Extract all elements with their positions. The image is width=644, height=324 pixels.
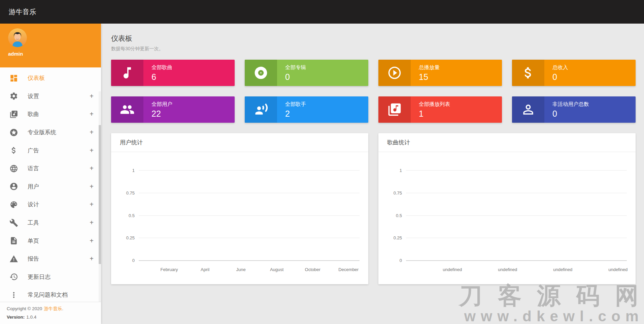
sidebar-item-label: 语言 (28, 165, 90, 172)
gridline (406, 193, 627, 193)
user-circle-icon (9, 182, 18, 191)
sidebar-item-design[interactable]: 设计+ (0, 196, 101, 214)
stat-card-label: 全部专辑 (285, 64, 306, 71)
sidebar-footer: Copyright © 2020游牛音乐. Version:1.0.4 (0, 302, 101, 324)
version-label: Version: (7, 315, 25, 320)
sidebar-item-label: 常见问题和文档 (28, 291, 90, 299)
gridline-row: 1 (384, 168, 627, 173)
expand-plus-icon[interactable]: + (90, 237, 94, 245)
stat-card-value: 0 (552, 109, 589, 119)
sidebar-item-dashboard[interactable]: 仪表板+ (0, 69, 101, 87)
stat-card-label: 全部歌曲 (151, 64, 172, 71)
sidebar-item-label: 设置 (28, 92, 90, 100)
version-line: Version:1.0.4 (7, 315, 94, 320)
palette-icon (9, 200, 18, 209)
sidebar-item-pro-system[interactable]: 专业版系统+ (0, 123, 101, 142)
sidebar-item-songs[interactable]: 歌曲+ (0, 105, 101, 123)
sidebar-scrollbar[interactable] (99, 91, 101, 302)
sidebar-item-settings[interactable]: 设置+ (0, 87, 101, 106)
gridline (406, 238, 627, 238)
wrench-icon (9, 218, 18, 227)
x-tick-label: October (305, 267, 320, 272)
copyright-text: Copyright © 2020 (7, 306, 42, 311)
x-tick-label: undefined (443, 267, 462, 272)
stat-card-body: 非活动用户总数0 (544, 96, 589, 123)
sidebar-item-label: 歌曲 (28, 110, 90, 118)
footer-brand-link[interactable]: 游牛音乐 (44, 306, 62, 311)
app-logo[interactable]: 游牛音乐 (9, 7, 36, 17)
expand-plus-icon[interactable]: + (90, 255, 94, 263)
sidebar-item-language[interactable]: 语言+ (0, 159, 101, 178)
sidebar-item-users[interactable]: 用户+ (0, 178, 101, 196)
gear-icon (9, 92, 18, 100)
sidebar-item-label: 仪表板 (28, 74, 90, 82)
y-tick-label: 1 (117, 168, 135, 173)
user-profile[interactable]: admin (0, 24, 101, 67)
page-title: 仪表板 (111, 34, 636, 43)
y-tick-label: 0.5 (384, 213, 402, 218)
stat-card[interactable]: 全部歌曲6 (111, 60, 235, 86)
stat-card[interactable]: 全部播放列表1 (378, 96, 502, 123)
dashboard-icon (9, 74, 18, 83)
sidebar-item-label: 用户 (28, 183, 90, 190)
sidebar-item-ads[interactable]: 广告+ (0, 141, 101, 159)
user-stats-chart-panel: 用户统计10.750.50.250FebruaryAprilJuneAugust… (111, 133, 368, 284)
stat-card[interactable]: 全部专辑0 (245, 60, 368, 86)
topbar: 游牛音乐 (0, 0, 644, 24)
sidebar-item-tools[interactable]: 工具+ (0, 214, 101, 232)
copyright-line: Copyright © 2020游牛音乐. (7, 306, 94, 312)
gridline-row: 0.75 (384, 190, 627, 196)
stat-card-body: 全部播放列表1 (411, 96, 450, 123)
sidebar-item-reports[interactable]: 报告+ (0, 250, 101, 268)
chart-title: 用户统计 (111, 133, 368, 152)
expand-plus-icon[interactable]: + (90, 219, 94, 227)
stat-card-body: 全部歌手2 (277, 96, 306, 123)
y-tick-label: 0.25 (384, 235, 402, 240)
x-tick-label: undefined (608, 267, 628, 272)
sidebar-item-label: 专业版系统 (28, 128, 90, 136)
expand-plus-icon[interactable]: + (90, 147, 94, 154)
y-tick-label: 1 (384, 168, 402, 173)
sidebar-item-changelog[interactable]: 更新日志+ (0, 268, 101, 286)
sidebar-scrollbar-thumb[interactable] (99, 125, 101, 264)
music-library-icon (9, 110, 18, 119)
x-tick-label: February (161, 267, 178, 272)
x-tick-label: April (201, 267, 209, 272)
stat-card-body: 总收入0 (544, 60, 568, 86)
expand-plus-icon[interactable]: + (90, 183, 94, 190)
song-stats-chart-panel: 歌曲统计10.750.50.250undefinedundefinedundef… (378, 133, 636, 284)
gridline-row: 0.25 (384, 235, 627, 240)
y-tick-label: 0 (117, 258, 135, 263)
stat-card[interactable]: 非活动用户总数0 (512, 96, 636, 123)
sidebar-item-faq-docs[interactable]: 常见问题和文档+ (0, 286, 101, 304)
stat-card-value: 0 (285, 72, 306, 82)
gridline (139, 193, 360, 193)
chart-area: 10.750.50.250undefinedundefinedundefined… (378, 168, 636, 277)
expand-plus-icon[interactable]: + (90, 201, 94, 208)
stat-card-value: 1 (419, 109, 450, 119)
playlist-music-icon (378, 96, 411, 123)
person-outline-icon (512, 96, 544, 123)
sidebar-item-pages[interactable]: 单页+ (0, 232, 101, 250)
stat-card[interactable]: 全部歌手2 (245, 96, 368, 123)
sidebar-item-label: 广告 (28, 147, 90, 154)
dollar-icon (512, 60, 544, 86)
album-icon (245, 60, 277, 86)
warning-icon (9, 255, 18, 263)
y-tick-label: 0.5 (117, 213, 135, 218)
gridline (139, 215, 360, 216)
main-content: 仪表板 数据每30分钟更新一次。 全部歌曲6全部专辑0总播放量15总收入0全部用… (101, 24, 644, 324)
version-value: 1.0.4 (26, 315, 36, 320)
stat-card[interactable]: 总收入0 (512, 60, 636, 86)
stat-card-value: 15 (419, 72, 440, 82)
expand-plus-icon[interactable]: + (90, 165, 94, 172)
stat-card[interactable]: 总播放量15 (378, 60, 502, 86)
expand-plus-icon[interactable]: + (90, 92, 94, 100)
app-root: 游牛音乐 admin 仪表板+设置+歌曲+专业版 (0, 0, 644, 324)
play-circle-icon (378, 60, 411, 86)
x-tick-label: December (338, 267, 359, 272)
stat-card[interactable]: 全部用户22 (111, 96, 235, 123)
expand-plus-icon[interactable]: + (90, 110, 94, 118)
stat-card-value: 6 (151, 72, 172, 82)
expand-plus-icon[interactable]: + (90, 128, 94, 136)
